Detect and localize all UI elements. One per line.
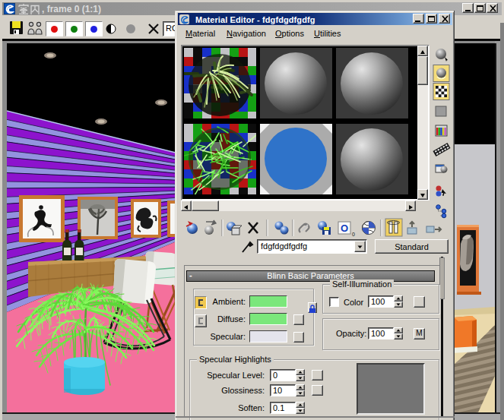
svg-text:0: 0 bbox=[352, 232, 355, 237]
svg-text:O: O bbox=[341, 223, 348, 234]
